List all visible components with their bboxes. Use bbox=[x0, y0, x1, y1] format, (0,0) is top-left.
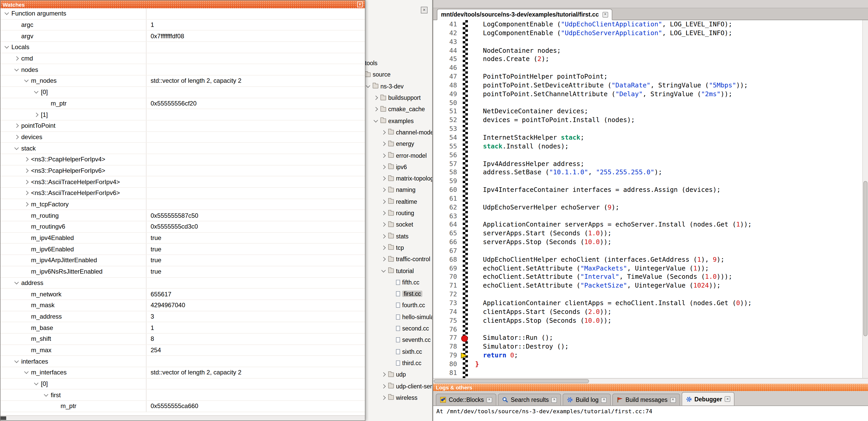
expander-down-icon[interactable] bbox=[14, 280, 19, 284]
watch-row[interactable]: m_base1 bbox=[1, 322, 365, 333]
watch-row[interactable]: m_ipv4Enabledtrue bbox=[1, 233, 365, 244]
expander-right-icon[interactable] bbox=[374, 96, 378, 100]
line-number[interactable]: 49 bbox=[433, 90, 462, 99]
line-number[interactable]: 62 bbox=[433, 203, 462, 212]
line-number[interactable]: 68 bbox=[433, 256, 462, 264]
expander-down-icon[interactable] bbox=[34, 381, 38, 385]
expander-down-icon[interactable] bbox=[381, 268, 386, 272]
line-number[interactable]: 81 bbox=[433, 369, 462, 378]
watch-row[interactable]: m_ipv6NsRsJitterEnabledtrue bbox=[1, 266, 365, 278]
line-number[interactable]: 53 bbox=[433, 125, 462, 133]
watch-row[interactable]: <ns3::PcapHelperForIpv6> bbox=[1, 165, 365, 176]
expander-down-icon[interactable] bbox=[44, 392, 49, 396]
expander-down-icon[interactable] bbox=[5, 44, 9, 48]
watches-titlebar[interactable]: Watches × bbox=[1, 1, 365, 8]
expander-right-icon[interactable] bbox=[381, 234, 386, 238]
watch-row[interactable]: m_mask4294967040 bbox=[1, 300, 365, 311]
line-number[interactable]: 77 bbox=[433, 334, 462, 343]
expander-right-icon[interactable] bbox=[381, 395, 386, 400]
watch-row[interactable]: m_shift8 bbox=[1, 333, 365, 345]
watches-close-button[interactable]: × bbox=[357, 2, 363, 7]
logs-tab-close-button[interactable]: × bbox=[725, 396, 731, 402]
expander-down-icon[interactable] bbox=[366, 83, 370, 88]
line-number[interactable]: 41 bbox=[433, 20, 462, 29]
line-number[interactable]: 52 bbox=[433, 116, 462, 125]
logs-tab-close-button[interactable]: × bbox=[670, 397, 676, 402]
logs-tab-build-messages[interactable]: Build messages× bbox=[613, 394, 680, 406]
watch-row[interactable]: interfaces bbox=[1, 356, 365, 367]
expander-down-icon[interactable] bbox=[5, 10, 9, 15]
files-panel-close-button[interactable]: × bbox=[421, 7, 428, 13]
expander-right-icon[interactable] bbox=[374, 107, 378, 111]
watch-row[interactable]: m_interfacesstd::vector of length 2, cap… bbox=[1, 367, 365, 378]
watch-row[interactable]: argc1 bbox=[1, 20, 365, 31]
watch-row[interactable]: first bbox=[1, 390, 365, 401]
expander-right-icon[interactable] bbox=[381, 246, 386, 250]
expander-right-icon[interactable] bbox=[24, 191, 29, 195]
expander-right-icon[interactable] bbox=[24, 168, 29, 173]
line-number[interactable]: 74 bbox=[433, 308, 462, 317]
line-number[interactable]: 48 bbox=[433, 81, 462, 90]
line-number[interactable]: 70 bbox=[433, 273, 462, 282]
expander-right-icon[interactable] bbox=[381, 199, 386, 204]
expander-right-icon[interactable] bbox=[381, 176, 386, 181]
watch-row[interactable]: nodes bbox=[1, 64, 365, 75]
expander-right-icon[interactable] bbox=[14, 56, 19, 61]
line-number[interactable]: 79 bbox=[433, 351, 462, 360]
line-number[interactable]: 58 bbox=[433, 168, 462, 177]
watch-row[interactable]: <ns3::PcapHelperForIpv4> bbox=[1, 154, 365, 165]
watch-row[interactable]: Function arguments bbox=[1, 8, 365, 20]
line-number[interactable]: 73 bbox=[433, 299, 462, 308]
line-number[interactable]: 57 bbox=[433, 160, 462, 168]
watch-row[interactable]: pointToPoint bbox=[1, 121, 365, 132]
editor-vertical-scrollbar[interactable] bbox=[862, 20, 868, 378]
line-number[interactable]: 65 bbox=[433, 229, 462, 238]
line-number[interactable]: 67 bbox=[433, 247, 462, 256]
line-number[interactable]: 60 bbox=[433, 186, 462, 194]
watch-row[interactable]: [0] bbox=[1, 87, 365, 98]
expander-down-icon[interactable] bbox=[14, 67, 19, 71]
expander-right-icon[interactable] bbox=[381, 142, 386, 146]
editor-vertical-scrollbar-thumb[interactable] bbox=[863, 181, 867, 336]
logs-tab-build-log[interactable]: Build log× bbox=[563, 394, 611, 406]
watch-row[interactable]: m_ptr0x5555555ca660 bbox=[1, 401, 365, 412]
watch-row[interactable]: m_tcpFactory bbox=[1, 199, 365, 210]
line-number[interactable]: 71 bbox=[433, 282, 462, 290]
code-editor[interactable]: 41 LogComponentEnable ("UdpEchoClientApp… bbox=[433, 20, 868, 378]
line-number[interactable]: 64 bbox=[433, 221, 462, 229]
expander-down-icon[interactable] bbox=[34, 89, 38, 94]
watch-row[interactable]: address bbox=[1, 278, 365, 289]
line-number[interactable]: 50 bbox=[433, 99, 462, 107]
line-number[interactable]: 54 bbox=[433, 133, 462, 142]
expander-right-icon[interactable] bbox=[24, 180, 29, 184]
line-number[interactable]: 45 bbox=[433, 55, 462, 64]
expander-right-icon[interactable] bbox=[381, 153, 386, 158]
logs-tab-close-button[interactable]: × bbox=[552, 397, 557, 402]
expander-right-icon[interactable] bbox=[381, 222, 386, 227]
editor-horizontal-scrollbar[interactable] bbox=[433, 378, 868, 384]
expander-right-icon[interactable] bbox=[381, 130, 386, 134]
expander-right-icon[interactable] bbox=[14, 124, 19, 128]
watch-row[interactable]: <ns3::AsciiTraceHelperForIpv4> bbox=[1, 176, 365, 188]
watch-row[interactable]: m_address3 bbox=[1, 311, 365, 322]
line-number[interactable]: 76 bbox=[433, 325, 462, 334]
line-number[interactable]: 66 bbox=[433, 238, 462, 247]
line-number[interactable]: 75 bbox=[433, 316, 462, 325]
watch-row[interactable]: m_max254 bbox=[1, 345, 365, 356]
watch-row[interactable]: devices bbox=[1, 132, 365, 143]
watches-scrollbar-thumb[interactable] bbox=[1, 416, 6, 420]
watch-row[interactable]: m_routing0x555555587c50 bbox=[1, 210, 365, 221]
line-number[interactable]: 42 bbox=[433, 29, 462, 38]
logs-tab-close-button[interactable]: × bbox=[601, 397, 607, 402]
watch-row[interactable]: m_ipv6Enabledtrue bbox=[1, 244, 365, 255]
line-number[interactable]: 61 bbox=[433, 194, 462, 203]
watch-row[interactable]: Locals bbox=[1, 42, 365, 53]
line-number[interactable]: 46 bbox=[433, 64, 462, 72]
expander-right-icon[interactable] bbox=[381, 211, 386, 216]
expander-down-icon[interactable] bbox=[24, 369, 29, 374]
expander-right-icon[interactable] bbox=[381, 257, 386, 261]
watch-row[interactable]: m_nodesstd::vector of length 2, capacity… bbox=[1, 75, 365, 87]
expander-down-icon[interactable] bbox=[14, 358, 19, 363]
watch-row[interactable]: argv0x7fffffffdf08 bbox=[1, 31, 365, 42]
editor-tab-first-cc[interactable]: mnt/dev/tools/source/ns-3-dev/examples/t… bbox=[437, 9, 612, 20]
